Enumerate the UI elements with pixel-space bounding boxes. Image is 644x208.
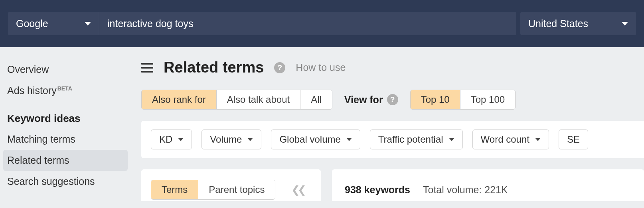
filter-word-count[interactable]: Word count	[472, 130, 549, 149]
sidebar-item-overview[interactable]: Overview	[7, 59, 124, 80]
seg-all[interactable]: All	[300, 90, 332, 109]
filter-label: SE	[567, 134, 580, 145]
page-title: Related terms	[164, 59, 264, 76]
keyword-count-number: 938	[345, 184, 362, 195]
filter-volume[interactable]: Volume	[201, 130, 261, 149]
content: Related terms ? How to use Also rank for…	[129, 47, 644, 208]
top-n-group: Top 10 Top 100	[410, 90, 516, 110]
filter-label: Global volume	[279, 134, 340, 145]
how-to-use-link[interactable]: How to use	[296, 62, 346, 73]
sidebar: Overview Ads history Keyword ideas Match…	[0, 47, 129, 208]
sidebar-heading-keyword-ideas: Keyword ideas	[7, 101, 124, 129]
filter-traffic-potential[interactable]: Traffic potential	[370, 130, 463, 149]
filter-kd[interactable]: KD	[151, 130, 192, 149]
help-icon[interactable]: ?	[387, 94, 398, 105]
keyword-count: 938 keywords	[345, 184, 410, 196]
chevron-down-icon	[85, 22, 91, 26]
rank-mode-group: Also rank for Also talk about All	[141, 90, 332, 110]
chevron-down-icon	[247, 138, 253, 141]
menu-icon[interactable]	[141, 63, 153, 73]
main-layout: Overview Ads history Keyword ideas Match…	[0, 47, 644, 208]
terms-tab-group: Terms Parent topics	[151, 180, 275, 200]
results-row: Terms Parent topics ❮❮ 938 keywords Tota…	[141, 169, 644, 201]
search-engine-label: Google	[16, 18, 48, 29]
view-for-text: View for	[344, 94, 383, 106]
chevron-down-icon	[535, 138, 541, 141]
search-engine-select[interactable]: Google	[8, 12, 99, 35]
chevron-down-icon	[449, 138, 454, 141]
page-header: Related terms ? How to use	[141, 59, 644, 76]
tab-parent-topics[interactable]: Parent topics	[198, 180, 275, 199]
sidebar-item-matching-terms[interactable]: Matching terms	[7, 129, 124, 150]
filter-global-volume[interactable]: Global volume	[271, 130, 360, 149]
keyword-search-input[interactable]	[107, 18, 508, 29]
chevron-down-icon	[622, 22, 628, 26]
seg-also-rank-for[interactable]: Also rank for	[142, 90, 217, 109]
sidebar-item-related-terms[interactable]: Related terms	[3, 150, 128, 171]
filter-label: Traffic potential	[378, 134, 443, 145]
total-volume-label: Total volume:	[423, 184, 482, 195]
help-icon[interactable]: ?	[274, 62, 285, 73]
chevron-down-icon	[346, 138, 352, 141]
top-bar: Google United States	[0, 0, 644, 47]
view-for-label: View for ?	[344, 94, 398, 106]
country-label: United States	[528, 18, 588, 29]
country-select[interactable]: United States	[520, 12, 636, 35]
sidebar-item-search-suggestions[interactable]: Search suggestions	[7, 171, 124, 192]
seg-also-talk-about[interactable]: Also talk about	[217, 90, 300, 109]
filter-bar: KD Volume Global volume Traffic potentia…	[141, 121, 644, 158]
seg-top-100[interactable]: Top 100	[460, 90, 515, 109]
toggle-row: Also rank for Also talk about All View f…	[141, 90, 644, 110]
filter-label: Word count	[481, 134, 529, 145]
chevron-down-icon	[178, 138, 184, 141]
sidebar-item-ads-history[interactable]: Ads history	[7, 80, 124, 101]
keyword-count-label: keywords	[364, 184, 410, 195]
collapse-icon[interactable]: ❮❮	[291, 184, 304, 196]
summary-panel: 938 keywords Total volume: 221K	[332, 169, 644, 201]
filter-label: Volume	[210, 134, 242, 145]
filter-label: KD	[159, 134, 172, 145]
terms-panel: Terms Parent topics ❮❮	[141, 169, 321, 201]
filter-serp[interactable]: SE	[559, 130, 588, 149]
seg-top-10[interactable]: Top 10	[411, 90, 460, 109]
keyword-search-box[interactable]	[99, 12, 516, 35]
tab-terms[interactable]: Terms	[151, 180, 198, 199]
total-volume-value: 221K	[484, 184, 508, 195]
total-volume: Total volume: 221K	[423, 184, 508, 196]
